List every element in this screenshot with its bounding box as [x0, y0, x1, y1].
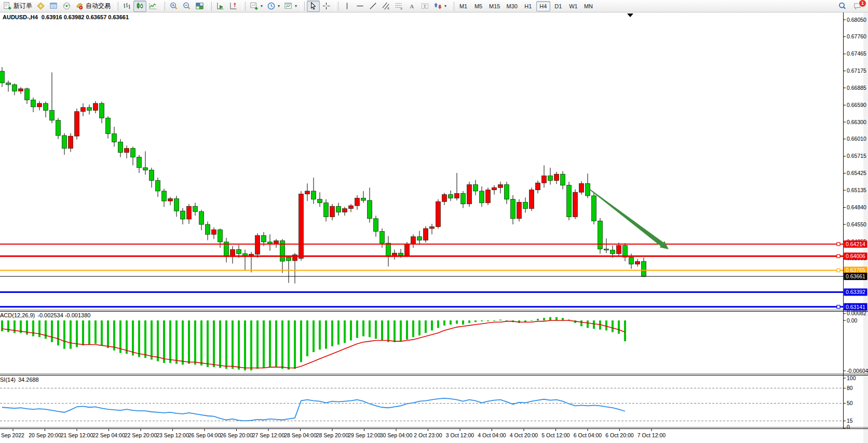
shapes-dropdown[interactable]: ▾: [431, 1, 449, 12]
vertical-line-button[interactable]: [341, 1, 354, 12]
timeframe-button-M30[interactable]: M30: [504, 1, 520, 11]
line-chart-button[interactable]: [146, 1, 159, 12]
candle-body-up: [168, 199, 173, 202]
timeframe-button-M15[interactable]: M15: [486, 1, 503, 11]
candle-body-up: [19, 89, 23, 91]
text-button[interactable]: A: [405, 1, 418, 12]
time-axis-label: 5 Oct 12:00: [541, 432, 569, 438]
search-button[interactable]: [836, 1, 849, 12]
equidistant-channel-button[interactable]: E: [379, 1, 392, 12]
macd-histogram-bar: [244, 320, 246, 370]
fibonacci-button[interactable]: F: [392, 1, 405, 12]
macd-histogram-bar: [275, 320, 277, 367]
equidistant-channel-icon: E: [382, 2, 390, 10]
chart-shift-button[interactable]: [227, 1, 240, 12]
time-axis-label: Sep 2022: [1, 432, 24, 438]
time-axis-label: 28 Sep 20:00: [316, 432, 349, 438]
timeframe-button-H1[interactable]: H1: [521, 1, 535, 11]
macd-histogram-bar: [288, 320, 290, 370]
line-handle-0.63765[interactable]: [837, 269, 840, 272]
chart-canvas[interactable]: 0.680500.677600.674650.671750.668850.665…: [0, 0, 868, 443]
macd-histogram-bar: [537, 319, 539, 320]
notifications-button[interactable]: 1: [851, 1, 864, 12]
data-window-button[interactable]: [47, 1, 60, 12]
macd-histogram-bar: [369, 320, 371, 337]
time-axis-label: 30 Sep 04:00: [380, 432, 413, 438]
macd-histogram-bar: [356, 320, 358, 338]
timeframe-button-M5[interactable]: M5: [471, 1, 485, 11]
tile-windows-button[interactable]: [193, 1, 206, 12]
macd-histogram-bar: [555, 317, 558, 320]
shapes-arrows-icon: [433, 2, 442, 10]
time-axis-label: 6 Oct 04:00: [574, 432, 602, 438]
candle-body-down: [137, 157, 142, 168]
candle-body-up: [37, 103, 42, 107]
navigator-button[interactable]: [60, 1, 73, 12]
macd-histogram-bar: [238, 320, 240, 370]
macd-values: -0.002534 -0.001380: [37, 312, 90, 318]
text-label-button[interactable]: T: [418, 1, 431, 12]
line-handle-0.64006[interactable]: [837, 254, 840, 258]
macd-histogram-bar: [462, 320, 464, 325]
candle-body-down: [44, 103, 48, 111]
new-chart-dropdown[interactable]: ▾: [248, 1, 265, 12]
macd-histogram-bar: [474, 320, 477, 322]
timeframe-button-MN[interactable]: MN: [581, 1, 595, 11]
rsi-level-label: 100: [847, 375, 856, 381]
candle-body-down: [623, 246, 628, 258]
price-axis-label: 0.67760: [847, 33, 866, 39]
macd-histogram-bar: [456, 320, 458, 324]
chart-title: AUDUSD-,H40.63916 0.63982 0.63657 0.6366…: [3, 14, 129, 20]
timeframe-button-M1[interactable]: M1: [456, 1, 470, 11]
chart-ohlc-values: 0.63916 0.63982 0.63657 0.63661: [42, 14, 129, 20]
macd-histogram-bar: [319, 320, 321, 350]
timeframe-button-D1[interactable]: D1: [551, 1, 565, 11]
macd-histogram-bar: [624, 320, 626, 341]
macd-histogram-bar: [306, 320, 308, 356]
zoom-in-button[interactable]: [167, 1, 180, 12]
candle-body-up: [498, 185, 503, 188]
macd-axis-label: 0.00: [847, 317, 858, 324]
candle-body-down: [237, 250, 241, 254]
market-watch-button[interactable]: [34, 1, 47, 12]
templates-dropdown[interactable]: ▾: [282, 1, 299, 12]
candle-body-up: [305, 191, 310, 194]
time-axis-label: 26 Sep 04:00: [188, 432, 221, 438]
cursor-button[interactable]: [307, 1, 320, 12]
timeframe-button-W1[interactable]: W1: [566, 1, 580, 11]
autotrading-button[interactable]: 自动交易: [73, 1, 113, 12]
candle-body-down: [311, 191, 316, 199]
candle-body-down: [143, 168, 148, 170]
new-order-button[interactable]: 新订单: [1, 1, 34, 12]
auto-scroll-button[interactable]: [214, 1, 227, 12]
trendline-button[interactable]: [367, 1, 379, 12]
macd-histogram-bar: [493, 320, 495, 321]
line-price-tag: 0.63141: [846, 304, 865, 310]
candle-body-up: [187, 206, 192, 219]
candles-chart-button[interactable]: [133, 1, 146, 12]
new-order-label: 新订单: [13, 2, 32, 10]
candle-body-up: [274, 241, 279, 244]
macd-histogram-bar: [88, 320, 90, 345]
candle-body-up: [411, 237, 416, 244]
line-handle-0.63141[interactable]: [837, 305, 840, 308]
periods-dropdown[interactable]: ▾: [265, 1, 282, 12]
timeframe-button-H4[interactable]: H4: [536, 1, 550, 11]
tile-windows-icon: [195, 2, 204, 10]
horizontal-line-icon: [356, 2, 364, 10]
main-toolbar: 新订单: [0, 0, 868, 12]
macd-histogram-bar: [281, 320, 283, 369]
candle-body-down: [548, 176, 553, 181]
line-handle-0.64214[interactable]: [837, 243, 840, 246]
time-axis-label: 4 Oct 20:00: [510, 432, 538, 438]
crosshair-button[interactable]: [320, 1, 333, 12]
macd-histogram-bar: [450, 320, 452, 325]
macd-histogram-bar: [1, 320, 3, 331]
candle-body-down: [642, 261, 646, 276]
candle-body-down: [629, 257, 634, 264]
macd-histogram-bar: [157, 320, 159, 361]
bars-chart-button[interactable]: [120, 1, 133, 12]
right-edge-strip[interactable]: [863, 12, 868, 443]
horizontal-line-button[interactable]: [354, 1, 367, 12]
zoom-out-button[interactable]: [180, 1, 193, 12]
